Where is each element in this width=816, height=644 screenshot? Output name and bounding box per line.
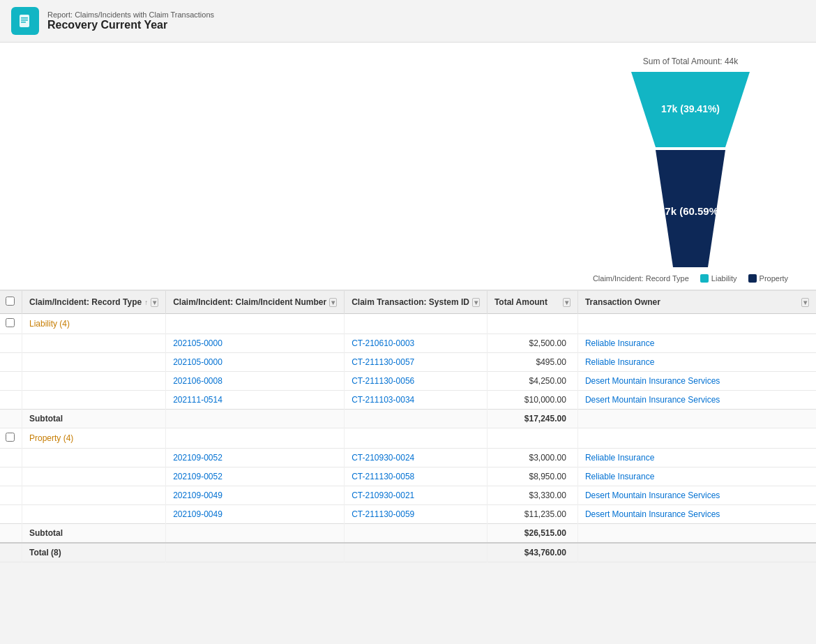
- group-checkbox-1[interactable]: [6, 433, 15, 442]
- group-owner-cell-1: [577, 428, 816, 449]
- chart-legend: Claim/Incident: Record Type Liability Pr…: [579, 274, 802, 283]
- system-id-link[interactable]: CT-211130-0058: [352, 472, 414, 481]
- th-claim-number-label: Claim/Incident: Claim/Incident Number: [173, 297, 326, 307]
- claim-number-link[interactable]: 202109-0052: [173, 472, 222, 481]
- owner-link[interactable]: Reliable Insurance: [585, 472, 654, 481]
- claim-number-link[interactable]: 202105-0000: [173, 338, 222, 348]
- claims-table: Claim/Incident: Record Type ↑ ▾ Claim/In…: [0, 291, 816, 562]
- row-checkbox-cell: [0, 505, 22, 524]
- row-sysid-cell[interactable]: CT-210930-0021: [345, 486, 488, 505]
- funnel-chart: 17k (39.41%) 27k (60.59%): [579, 72, 802, 267]
- row-amount-cell: $2,500.00: [487, 334, 577, 353]
- owner-link[interactable]: Reliable Insurance: [585, 453, 654, 463]
- filter-dropdown-icon-sysid[interactable]: ▾: [472, 298, 480, 307]
- owner-link[interactable]: Reliable Insurance: [585, 338, 654, 348]
- row-number-cell[interactable]: 202105-0000: [166, 353, 345, 372]
- group-label-cell-1: Property (4): [22, 428, 166, 449]
- row-number-cell[interactable]: 202109-0052: [166, 449, 345, 467]
- row-owner-cell[interactable]: Reliable Insurance: [577, 449, 816, 467]
- table-row: 202106-0008 CT-211130-0056 $4,250.00 Des…: [0, 372, 816, 391]
- claim-number-link[interactable]: 202106-0008: [173, 376, 222, 386]
- th-system-id[interactable]: Claim Transaction: System ID ▾: [345, 291, 488, 314]
- system-id-link[interactable]: CT-210930-0021: [352, 491, 414, 500]
- owner-link[interactable]: Desert Mountain Insurance Services: [585, 491, 720, 500]
- row-owner-cell[interactable]: Reliable Insurance: [577, 353, 816, 372]
- th-transaction-owner-label: Transaction Owner: [585, 297, 660, 307]
- claim-number-link[interactable]: 202109-0049: [173, 509, 222, 519]
- row-sysid-cell[interactable]: CT-210610-0003: [345, 334, 488, 353]
- row-amount-cell: $495.00: [487, 353, 577, 372]
- group-sysid-cell-1: [345, 428, 488, 449]
- system-id-link[interactable]: CT-210930-0024: [352, 453, 414, 463]
- system-id-link[interactable]: CT-211103-0034: [352, 395, 414, 405]
- row-sysid-cell[interactable]: CT-211130-0057: [345, 353, 488, 372]
- system-id-link[interactable]: CT-211130-0057: [352, 357, 414, 367]
- subtotal-sysid-cell: [345, 524, 488, 544]
- th-record-type[interactable]: Claim/Incident: Record Type ↑ ▾: [22, 291, 166, 314]
- row-sysid-cell[interactable]: CT-211103-0034: [345, 391, 488, 410]
- row-sysid-cell[interactable]: CT-211130-0058: [345, 467, 488, 486]
- row-number-cell[interactable]: 202109-0052: [166, 467, 345, 486]
- row-number-cell[interactable]: 202109-0049: [166, 486, 345, 505]
- header-text-block: Report: Claims/Incidents with Claim Tran…: [47, 10, 214, 31]
- group-checkbox-cell-1[interactable]: [0, 428, 22, 449]
- row-owner-cell[interactable]: Desert Mountain Insurance Services: [577, 372, 816, 391]
- page-title: Recovery Current Year: [47, 19, 214, 31]
- row-sysid-cell[interactable]: CT-210930-0024: [345, 449, 488, 467]
- row-type-cell: [22, 449, 166, 467]
- filter-dropdown-icon-number[interactable]: ▾: [329, 298, 337, 307]
- row-owner-cell[interactable]: Desert Mountain Insurance Services: [577, 391, 816, 410]
- property-dot: [748, 274, 757, 283]
- row-type-cell: [22, 353, 166, 372]
- group-sysid-cell-0: [345, 314, 488, 334]
- row-amount-cell: $3,000.00: [487, 449, 577, 467]
- group-amount-cell-0: [487, 314, 577, 334]
- claim-number-link[interactable]: 202109-0052: [173, 453, 222, 463]
- group-checkbox-cell-0[interactable]: [0, 314, 22, 334]
- total-row: Total (8) $43,760.00: [0, 543, 816, 562]
- filter-dropdown-icon-amount[interactable]: ▾: [563, 298, 571, 307]
- legend-property: Property: [748, 274, 789, 283]
- system-id-link[interactable]: CT-211130-0059: [352, 509, 414, 519]
- claim-number-link[interactable]: 202111-0514: [173, 395, 222, 405]
- row-sysid-cell[interactable]: CT-211130-0059: [345, 505, 488, 524]
- select-all-checkbox[interactable]: [6, 297, 15, 306]
- row-owner-cell[interactable]: Reliable Insurance: [577, 467, 816, 486]
- row-amount-cell: $10,000.00: [487, 391, 577, 410]
- row-owner-cell[interactable]: Desert Mountain Insurance Services: [577, 486, 816, 505]
- select-all-checkbox-th[interactable]: [0, 291, 22, 314]
- row-sysid-cell[interactable]: CT-211130-0056: [345, 372, 488, 391]
- page-header: Report: Claims/Incidents with Claim Tran…: [0, 0, 816, 43]
- row-number-cell[interactable]: 202109-0049: [166, 505, 345, 524]
- th-record-type-label: Claim/Incident: Record Type: [29, 297, 142, 307]
- report-subtitle: Report: Claims/Incidents with Claim Tran…: [47, 10, 214, 19]
- group-row-1: Property (4): [0, 428, 816, 449]
- row-number-cell[interactable]: 202106-0008: [166, 372, 345, 391]
- subtotal-number-cell: [166, 410, 345, 428]
- claim-number-link[interactable]: 202105-0000: [173, 357, 222, 367]
- group-checkbox-0[interactable]: [6, 318, 15, 327]
- th-system-id-label: Claim Transaction: System ID: [352, 297, 469, 307]
- row-number-cell[interactable]: 202105-0000: [166, 334, 345, 353]
- th-claim-number[interactable]: Claim/Incident: Claim/Incident Number ▾: [166, 291, 345, 314]
- filter-dropdown-icon-owner[interactable]: ▾: [801, 298, 809, 307]
- row-type-cell: [22, 486, 166, 505]
- owner-link[interactable]: Desert Mountain Insurance Services: [585, 509, 720, 519]
- owner-link[interactable]: Reliable Insurance: [585, 357, 654, 367]
- th-transaction-owner[interactable]: Transaction Owner ▾: [577, 291, 816, 314]
- system-id-link[interactable]: CT-211130-0056: [352, 376, 414, 386]
- owner-link[interactable]: Desert Mountain Insurance Services: [585, 395, 720, 405]
- group-label-0: Liability (4): [29, 319, 70, 329]
- claim-number-link[interactable]: 202109-0049: [173, 491, 222, 500]
- sort-asc-icon: ↑: [144, 299, 148, 306]
- system-id-link[interactable]: CT-210610-0003: [352, 338, 414, 348]
- total-amount-cell: $43,760.00: [487, 543, 577, 562]
- owner-link[interactable]: Desert Mountain Insurance Services: [585, 376, 720, 386]
- row-owner-cell[interactable]: Desert Mountain Insurance Services: [577, 505, 816, 524]
- subtotal-checkbox-cell: [0, 410, 22, 428]
- row-number-cell[interactable]: 202111-0514: [166, 391, 345, 410]
- filter-dropdown-icon-type[interactable]: ▾: [151, 298, 158, 307]
- row-owner-cell[interactable]: Reliable Insurance: [577, 334, 816, 353]
- th-total-amount[interactable]: Total Amount ▾: [487, 291, 577, 314]
- subtotal-checkbox-cell: [0, 524, 22, 544]
